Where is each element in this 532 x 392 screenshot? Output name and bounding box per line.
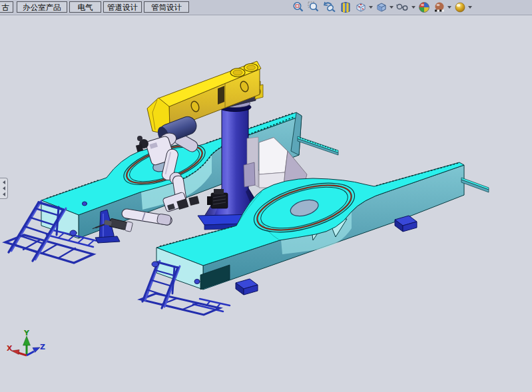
tab-electrical[interactable]: 电气 <box>69 1 101 13</box>
heads-up-view-toolbar <box>292 1 474 14</box>
display-style-icon <box>375 1 388 14</box>
triad-x-label: X <box>7 344 13 353</box>
section-view-icon <box>339 1 352 14</box>
tab-partial-label: 古 <box>2 3 10 12</box>
beam-support-bracket-mid[interactable] <box>236 279 258 295</box>
hide-show-items-dropdown[interactable] <box>411 6 415 9</box>
expand-arrow-icon <box>3 186 5 190</box>
feature-tree-collapsed-tab[interactable] <box>0 178 8 199</box>
apply-scene-button[interactable] <box>433 1 451 14</box>
view-orientation-button[interactable] <box>354 1 373 14</box>
tab-piping[interactable]: 管道设计 <box>103 1 142 13</box>
triad-z-label: Z <box>40 343 45 351</box>
hide-show-items-button[interactable] <box>396 1 415 14</box>
3d-scene: Y X Z <box>0 15 532 392</box>
edit-appearance-icon <box>417 1 431 14</box>
view-settings-dropdown[interactable] <box>468 6 472 9</box>
tab-partial[interactable]: 古 <box>0 1 13 13</box>
orientation-triad: Y X Z <box>7 329 45 355</box>
view-orientation-icon <box>354 1 368 14</box>
hide-show-items-icon <box>396 1 410 14</box>
zoom-to-area-button[interactable] <box>307 1 320 14</box>
section-view-button[interactable] <box>339 1 352 14</box>
view-settings-button[interactable] <box>453 1 472 14</box>
solidworks-window: { "tabs": { "partial_label": "古", "items… <box>0 0 532 392</box>
apply-scene-dropdown[interactable] <box>447 6 451 9</box>
zoom-to-fit-button[interactable] <box>292 1 305 14</box>
zoom-to-fit-icon <box>292 1 305 14</box>
view-settings-icon <box>453 1 467 14</box>
triad-y-label: Y <box>23 329 30 337</box>
display-style-dropdown[interactable] <box>390 6 394 9</box>
apply-scene-icon <box>433 1 446 14</box>
command-manager-bar: 古 办公室产品 电气 管道设计 管筒设计 <box>0 0 532 15</box>
expand-arrow-icon <box>3 192 5 196</box>
previous-view-button[interactable] <box>322 1 337 14</box>
graphics-area[interactable]: Y X Z <box>0 15 532 392</box>
zoom-to-area-icon <box>307 1 320 14</box>
expand-arrow-icon <box>3 180 5 184</box>
edit-appearance-button[interactable] <box>417 1 431 14</box>
previous-view-icon <box>322 1 337 14</box>
display-style-button[interactable] <box>375 1 394 14</box>
tab-tubing[interactable]: 管筒设计 <box>144 1 189 13</box>
tab-office-products[interactable]: 办公室产品 <box>17 1 67 13</box>
view-orientation-dropdown[interactable] <box>369 6 373 9</box>
